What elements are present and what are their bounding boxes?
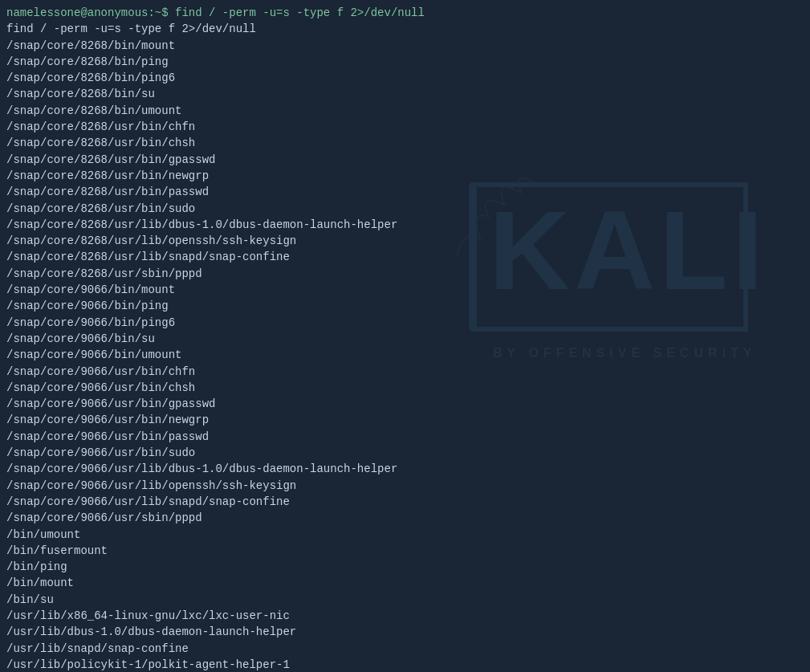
output-line: /usr/lib/snapd/snap-confine <box>6 641 804 657</box>
output-line: /snap/core/9066/bin/su <box>6 331 804 347</box>
output-line: /snap/core/9066/usr/bin/gpasswd <box>6 396 804 412</box>
output-line: /snap/core/9066/bin/ping <box>6 298 804 314</box>
output-line: /snap/core/9066/usr/lib/snapd/snap-confi… <box>6 494 804 510</box>
output-line: /bin/fusermount <box>6 543 804 559</box>
terminal-output: /snap/core/8268/bin/mount/snap/core/8268… <box>6 38 804 672</box>
prompt-line: namelessone@anonymous:~$ find / -perm -u… <box>6 5 804 21</box>
output-line: /snap/core/9066/usr/bin/chsh <box>6 380 804 396</box>
output-line: /snap/core/8268/usr/bin/passwd <box>6 184 804 200</box>
output-line: /snap/core/9066/usr/bin/passwd <box>6 429 804 445</box>
output-line: /snap/core/8268/bin/umount <box>6 103 804 119</box>
output-line: /snap/core/9066/usr/bin/chfn <box>6 364 804 380</box>
output-line: /bin/ping <box>6 559 804 575</box>
output-line: /snap/core/8268/usr/bin/chfn <box>6 119 804 135</box>
output-line: /snap/core/9066/bin/ping6 <box>6 315 804 331</box>
output-line: /snap/core/8268/usr/bin/sudo <box>6 201 804 217</box>
output-line: /bin/mount <box>6 575 804 591</box>
output-line: /snap/core/9066/bin/umount <box>6 347 804 363</box>
output-line: /snap/core/9066/usr/bin/newgrp <box>6 412 804 428</box>
output-line: /snap/core/8268/usr/bin/newgrp <box>6 168 804 184</box>
output-line: /snap/core/8268/usr/bin/chsh <box>6 135 804 151</box>
output-line: /snap/core/8268/bin/mount <box>6 38 804 54</box>
output-line: /snap/core/8268/usr/lib/openssh/ssh-keys… <box>6 233 804 249</box>
output-line: /snap/core/8268/bin/ping <box>6 54 804 70</box>
output-line: /snap/core/8268/usr/lib/dbus-1.0/dbus-da… <box>6 217 804 233</box>
output-line: /snap/core/8268/usr/sbin/pppd <box>6 266 804 282</box>
output-line: /snap/core/9066/usr/lib/dbus-1.0/dbus-da… <box>6 461 804 477</box>
output-line: /usr/lib/dbus-1.0/dbus-daemon-launch-hel… <box>6 624 804 640</box>
output-line: /usr/lib/x86_64-linux-gnu/lxc/lxc-user-n… <box>6 608 804 624</box>
terminal-window: KALI BY OFFENSIVE SECURITY namelessone@a… <box>0 0 810 672</box>
output-line: /snap/core/8268/bin/su <box>6 86 804 102</box>
output-line: /snap/core/9066/usr/sbin/pppd <box>6 510 804 526</box>
output-line: /bin/umount <box>6 527 804 543</box>
output-line: /snap/core/9066/usr/lib/openssh/ssh-keys… <box>6 478 804 494</box>
output-line: /snap/core/8268/bin/ping6 <box>6 70 804 86</box>
output-line: /snap/core/8268/usr/bin/gpasswd <box>6 152 804 168</box>
output-line: /usr/lib/policykit-1/polkit-agent-helper… <box>6 657 804 672</box>
output-line: /snap/core/9066/usr/bin/sudo <box>6 445 804 461</box>
command-line: find / -perm -u=s -type f 2>/dev/null <box>6 21 804 37</box>
output-line: /snap/core/9066/bin/mount <box>6 282 804 298</box>
output-line: /bin/su <box>6 592 804 608</box>
output-line: /snap/core/8268/usr/lib/snapd/snap-confi… <box>6 249 804 265</box>
